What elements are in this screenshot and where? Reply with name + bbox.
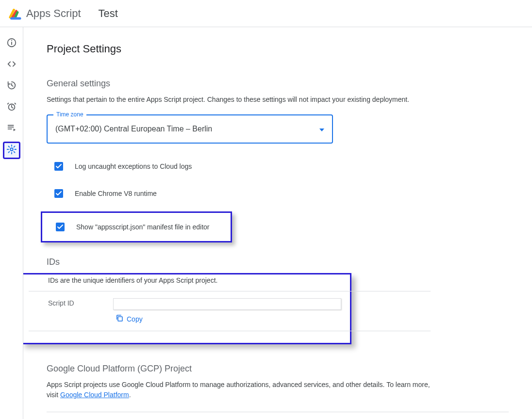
gcp-title: Google Cloud Platform (GCP) Project xyxy=(47,364,509,374)
timezone-value: (GMT+02:00) Central European Time – Berl… xyxy=(55,125,319,133)
ids-desc: IDs are the unique identifiers of your A… xyxy=(29,276,344,284)
svg-rect-2 xyxy=(11,40,12,41)
checkbox-icon xyxy=(54,162,63,171)
script-id-value xyxy=(113,298,341,310)
svg-point-4 xyxy=(10,148,13,151)
apps-script-logo-icon xyxy=(8,6,22,21)
checkbox-show-manifest[interactable]: Show "appsscript.json" manifest file in … xyxy=(42,218,231,236)
project-name[interactable]: Test xyxy=(99,7,118,20)
timezone-select[interactable]: Time zone (GMT+02:00) Central European T… xyxy=(47,114,333,144)
gcp-desc: Apps Script projects use Google Cloud Pl… xyxy=(47,380,430,400)
highlight-manifest: Show "appsscript.json" manifest file in … xyxy=(41,211,232,242)
checkbox-label: Log uncaught exceptions to Cloud logs xyxy=(75,162,192,170)
sidebar-item-settings[interactable] xyxy=(3,142,20,159)
ids-table: Script ID Copy xyxy=(29,291,431,331)
sidebar-item-triggers[interactable] xyxy=(3,78,20,95)
sidebar xyxy=(0,27,23,419)
gcp-table: GCP Standard xyxy=(47,412,509,419)
alarm-icon xyxy=(6,101,17,114)
checkbox-icon xyxy=(54,189,63,198)
checkbox-label: Enable Chrome V8 runtime xyxy=(75,190,157,197)
general-settings-desc: Settings that pertain to the entire Apps… xyxy=(47,95,430,105)
gear-icon xyxy=(6,144,17,157)
playlist-play-icon xyxy=(6,123,17,135)
checkbox-label: Show "appsscript.json" manifest file in … xyxy=(76,223,210,231)
app-name: Apps Script xyxy=(26,7,81,20)
sidebar-item-overview[interactable] xyxy=(3,35,20,52)
logo: Apps Script xyxy=(8,6,81,21)
copy-icon xyxy=(115,314,124,324)
highlight-ids: IDs are the unique identifiers of your A… xyxy=(23,273,351,344)
code-icon xyxy=(6,59,17,71)
info-icon xyxy=(6,37,17,50)
checkbox-icon xyxy=(56,223,65,231)
svg-rect-1 xyxy=(11,42,12,45)
sidebar-item-alarm[interactable] xyxy=(3,99,20,116)
dropdown-arrow-icon xyxy=(319,125,324,133)
copy-button[interactable]: Copy xyxy=(113,314,341,324)
checkbox-log-exceptions[interactable]: Log uncaught exceptions to Cloud logs xyxy=(47,157,509,176)
script-id-label: Script ID xyxy=(48,298,113,307)
sidebar-item-editor[interactable] xyxy=(3,56,20,74)
svg-rect-5 xyxy=(118,317,122,321)
sidebar-item-executions[interactable] xyxy=(3,120,20,138)
checkbox-v8-runtime[interactable]: Enable Chrome V8 runtime xyxy=(47,184,509,203)
copy-label: Copy xyxy=(127,315,143,323)
history-icon xyxy=(6,80,17,93)
general-settings-title: General settings xyxy=(47,79,509,89)
header: Apps Script Test xyxy=(0,0,532,27)
main-content: Project Settings General settings Settin… xyxy=(23,27,532,419)
timezone-label: Time zone xyxy=(53,111,86,118)
page-title: Project Settings xyxy=(47,43,509,55)
gcp-link[interactable]: Google Cloud Platform xyxy=(60,391,129,399)
ids-title: IDs xyxy=(47,257,509,267)
